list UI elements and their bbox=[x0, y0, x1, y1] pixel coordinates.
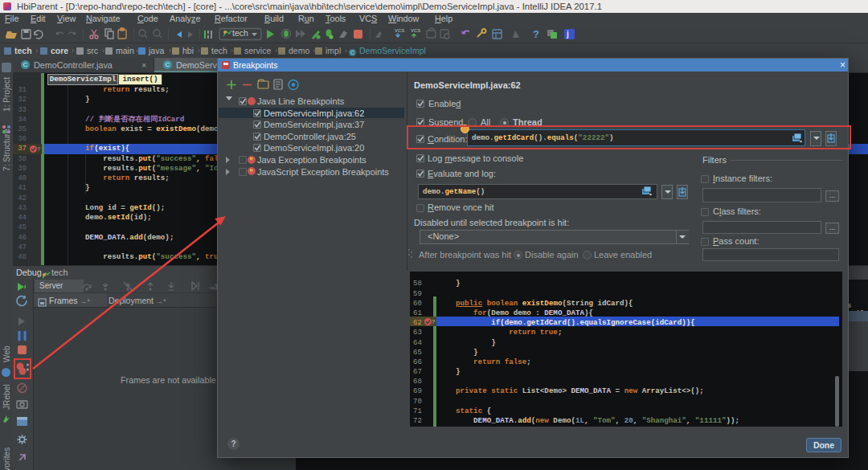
svg-text:j: j bbox=[566, 30, 569, 39]
svg-text:VCS: VCS bbox=[411, 28, 420, 33]
svg-text:?: ? bbox=[533, 28, 539, 40]
svg-text:VCS: VCS bbox=[395, 28, 404, 33]
